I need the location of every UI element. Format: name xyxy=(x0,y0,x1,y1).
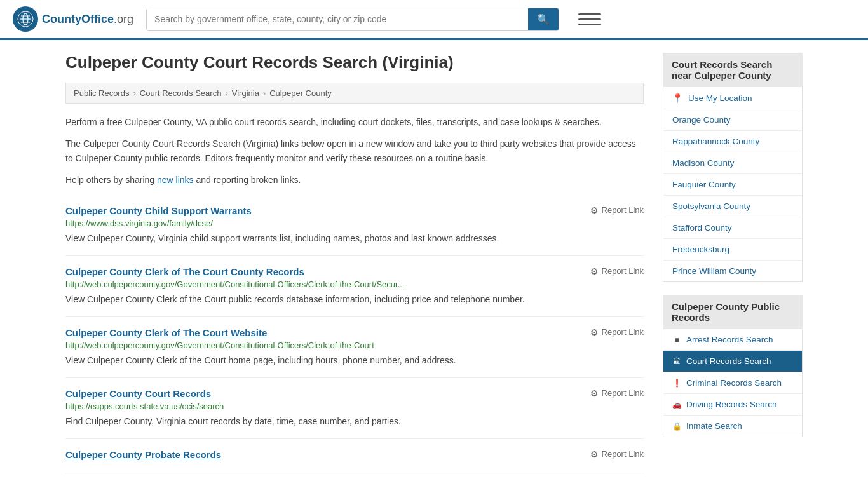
report-link-3[interactable]: ⚙ Report Link xyxy=(590,388,644,398)
result-url-2: http://web.culpepercounty.gov/Government… xyxy=(65,341,644,350)
nearby-link-anchor-4[interactable]: Fauquier County xyxy=(663,174,802,195)
logo-text: CountyOffice.org xyxy=(42,13,133,26)
nearby-label-8: Prince William County xyxy=(672,266,756,276)
nearby-label-0: Use My Location xyxy=(688,93,752,103)
pub-rec-link-1[interactable]: 🏛 Court Records Search xyxy=(663,351,802,372)
nearby-link-2[interactable]: Rappahannock County xyxy=(663,131,802,152)
driving-icon: 🚗 xyxy=(672,400,681,409)
nearby-label-6: Stafford County xyxy=(672,223,732,233)
pub-rec-label-1: Court Records Search xyxy=(686,356,771,366)
nearby-link-anchor-6[interactable]: Stafford County xyxy=(663,217,802,238)
breadcrumb-sep-2: › xyxy=(225,88,227,98)
pub-rec-label-4: Inmate Search xyxy=(686,421,742,431)
description-1: Perform a free Culpeper County, VA publi… xyxy=(65,115,644,129)
site-header: CountyOffice.org 🔍 xyxy=(0,0,868,40)
nearby-section: Court Records Search near Culpeper Count… xyxy=(663,53,803,282)
pub-rec-anchor-0[interactable]: ■ Arrest Records Search xyxy=(663,329,802,350)
pub-rec-link-4[interactable]: 🔒 Inmate Search xyxy=(663,416,802,437)
pub-rec-label-3: Driving Records Search xyxy=(686,400,777,409)
breadcrumb-virginia[interactable]: Virginia xyxy=(232,88,259,98)
report-label-0: Report Link xyxy=(602,205,644,215)
nearby-link-anchor-1[interactable]: Orange County xyxy=(663,109,802,130)
report-label-1: Report Link xyxy=(602,266,644,276)
nearby-label-3: Madison County xyxy=(672,158,735,168)
desc3-post: and reporting broken links. xyxy=(194,175,301,185)
nearby-label-1: Orange County xyxy=(672,115,731,125)
result-title-3[interactable]: Culpeper County Court Records xyxy=(65,388,211,399)
nearby-link-5[interactable]: Spotsylvania County xyxy=(663,196,802,217)
results-list: Culpeper County Child Support Warrants ⚙… xyxy=(65,195,644,473)
nearby-link-anchor-7[interactable]: Fredericksburg xyxy=(663,239,802,260)
inmate-icon: 🔒 xyxy=(672,422,681,431)
nearby-link-3[interactable]: Madison County xyxy=(663,152,802,174)
new-links-link[interactable]: new links xyxy=(157,175,194,185)
pub-rec-link-3[interactable]: 🚗 Driving Records Search xyxy=(663,394,802,416)
result-title-0[interactable]: Culpeper County Child Support Warrants xyxy=(65,205,252,216)
result-desc-1: View Culpeper County Clerk of the Court … xyxy=(65,293,644,306)
pub-rec-link-0[interactable]: ■ Arrest Records Search xyxy=(663,329,802,351)
nearby-link-1[interactable]: Orange County xyxy=(663,109,802,131)
nearby-label-4: Fauquier County xyxy=(672,180,736,189)
menu-button[interactable] xyxy=(578,8,601,30)
pub-rec-anchor-2[interactable]: ❗ Criminal Records Search xyxy=(663,372,802,393)
report-icon-3: ⚙ xyxy=(590,388,599,398)
nearby-label-2: Rappahannock County xyxy=(672,137,759,146)
nearby-link-8[interactable]: Prince William County xyxy=(663,261,802,281)
breadcrumb-court-records[interactable]: Court Records Search xyxy=(140,88,222,98)
result-item-4: Culpeper County Probate Records ⚙ Report… xyxy=(65,439,644,473)
criminal-icon: ❗ xyxy=(672,379,681,388)
breadcrumb: Public Records › Court Records Search › … xyxy=(65,83,644,104)
sidebar: Court Records Search near Culpeper Count… xyxy=(663,53,803,473)
report-icon-1: ⚙ xyxy=(590,266,599,276)
pub-rec-anchor-1[interactable]: 🏛 Court Records Search xyxy=(663,351,802,372)
pub-rec-label-2: Criminal Records Search xyxy=(686,378,782,388)
result-url-3: https://eapps.courts.state.va.us/ocis/se… xyxy=(65,402,644,411)
nearby-label-7: Fredericksburg xyxy=(672,245,729,254)
result-title-2[interactable]: Culpeper County Clerk of The Court Websi… xyxy=(65,327,267,338)
nearby-link-anchor-8[interactable]: Prince William County xyxy=(663,261,802,281)
report-link-1[interactable]: ⚙ Report Link xyxy=(590,266,644,276)
description-2: The Culpeper County Court Records Search… xyxy=(65,137,644,165)
logo-icon xyxy=(13,6,38,32)
result-title-4[interactable]: Culpeper County Probate Records xyxy=(65,449,221,460)
nearby-link-6[interactable]: Stafford County xyxy=(663,217,802,239)
result-item-1: Culpeper County Clerk of The Court Count… xyxy=(65,256,644,317)
nearby-links: 📍 Use My Location Orange County Rappahan… xyxy=(663,87,803,282)
report-link-4[interactable]: ⚙ Report Link xyxy=(590,449,644,459)
breadcrumb-public-records[interactable]: Public Records xyxy=(74,88,129,98)
search-input[interactable] xyxy=(147,8,528,30)
result-url-1: http://web.culpepercounty.gov/Government… xyxy=(65,280,644,289)
page-title: Culpeper County Court Records Search (Vi… xyxy=(65,53,644,72)
search-button[interactable]: 🔍 xyxy=(528,8,559,30)
search-bar: 🔍 xyxy=(146,8,559,31)
report-link-0[interactable]: ⚙ Report Link xyxy=(590,205,644,215)
result-desc-0: View Culpeper County, Virginia child sup… xyxy=(65,232,644,245)
nearby-link-anchor-0[interactable]: 📍 Use My Location xyxy=(663,87,802,109)
nearby-link-anchor-5[interactable]: Spotsylvania County xyxy=(663,196,802,217)
public-records-section: Culpeper County Public Records ■ Arrest … xyxy=(663,295,803,437)
report-label-3: Report Link xyxy=(602,388,644,398)
result-item-2: Culpeper County Clerk of The Court Websi… xyxy=(65,317,644,378)
main-container: Culpeper County Court Records Search (Vi… xyxy=(53,40,815,486)
public-records-links: ■ Arrest Records Search 🏛 Court Records … xyxy=(663,329,803,437)
nearby-link-4[interactable]: Fauquier County xyxy=(663,174,802,196)
report-icon-4: ⚙ xyxy=(590,449,599,459)
pub-rec-anchor-3[interactable]: 🚗 Driving Records Search xyxy=(663,394,802,415)
description-3: Help others by sharing new links and rep… xyxy=(65,173,644,187)
logo-area: CountyOffice.org xyxy=(13,6,133,32)
nearby-link-anchor-3[interactable]: Madison County xyxy=(663,152,802,173)
nearby-link-anchor-2[interactable]: Rappahannock County xyxy=(663,131,802,152)
nearby-link-7[interactable]: Fredericksburg xyxy=(663,239,802,261)
report-icon-0: ⚙ xyxy=(590,205,599,215)
nearby-title: Court Records Search near Culpeper Count… xyxy=(663,53,803,87)
report-link-2[interactable]: ⚙ Report Link xyxy=(590,327,644,337)
nearby-link-0[interactable]: 📍 Use My Location xyxy=(663,87,802,109)
pub-rec-link-2[interactable]: ❗ Criminal Records Search xyxy=(663,372,802,394)
pub-rec-anchor-4[interactable]: 🔒 Inmate Search xyxy=(663,416,802,437)
result-title-1[interactable]: Culpeper County Clerk of The Court Count… xyxy=(65,266,304,277)
content-area: Culpeper County Court Records Search (Vi… xyxy=(65,53,644,473)
result-item-0: Culpeper County Child Support Warrants ⚙… xyxy=(65,195,644,256)
pub-rec-label-0: Arrest Records Search xyxy=(686,335,773,344)
result-item-3: Culpeper County Court Records ⚙ Report L… xyxy=(65,378,644,439)
result-url-0: https://www.dss.virginia.gov/family/dcse… xyxy=(65,219,644,228)
